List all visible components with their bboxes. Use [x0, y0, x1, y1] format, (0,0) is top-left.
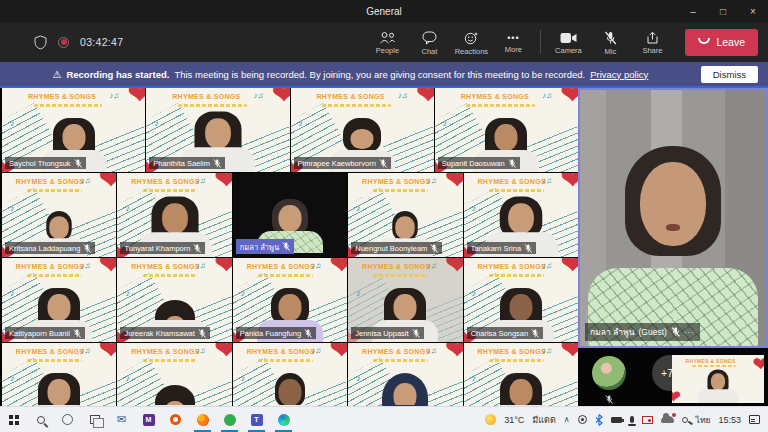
- participant-name: Panida Fuangfung: [240, 329, 301, 338]
- key-tray-icon[interactable]: [682, 417, 688, 423]
- virtual-background-title: RHYMES & SONGS: [470, 348, 552, 355]
- participant-name-label: กมลา ลำพูน: [236, 239, 294, 254]
- participant-tile[interactable]: RHYMES & SONGS ♪♫ ❤ ♪ ❤ Chalita Sutjarot: [464, 343, 578, 406]
- task-view-button[interactable]: [81, 407, 108, 432]
- heart-icon: ❤: [214, 258, 232, 279]
- participant-tile[interactable]: RHYMES & SONGS ♪♫ ❤ ♪ ❤ Phanthita Saelim: [146, 88, 289, 172]
- edge-app[interactable]: [270, 407, 297, 432]
- battery-icon[interactable]: [611, 417, 622, 423]
- recording-banner-text: ⚠ Recording has started. This meeting is…: [0, 69, 701, 80]
- person-silhouette: [135, 371, 215, 406]
- onedrive-icon[interactable]: [661, 416, 674, 423]
- music-note-icon: ♪: [125, 373, 130, 383]
- minimize-button[interactable]: –: [678, 0, 708, 22]
- screen-capture-icon[interactable]: [642, 416, 653, 424]
- mail-icon: ✉: [117, 414, 126, 425]
- participant-name: Pimrapee Kaewborvorn: [298, 159, 376, 168]
- people-button[interactable]: People: [366, 29, 408, 55]
- music-note-icon: ♪: [356, 288, 361, 298]
- music-note-icon: ♪♫: [427, 261, 437, 270]
- person-head: [396, 216, 416, 239]
- filmstrip: +71 RHYMES & SONGS ❤ ❤: [578, 350, 768, 406]
- notification-center-icon[interactable]: [749, 415, 760, 424]
- active-speaker-tile[interactable]: กมลา ลำพูน (Guest) ···: [578, 88, 768, 348]
- participant-tile[interactable]: RHYMES & SONGS ♪♫ ❤ ♪ ❤ Saowaphak Lakkra…: [2, 343, 116, 406]
- person-head: [48, 379, 71, 406]
- avatar[interactable]: [592, 356, 626, 390]
- music-note-icon: ♪: [472, 288, 477, 298]
- heart-icon: ❤: [560, 258, 578, 279]
- person-head: [279, 294, 302, 321]
- microsoft365-app[interactable]: M: [135, 407, 162, 432]
- music-note-icon: ♪: [10, 203, 15, 213]
- participant-name-label: Nuengnut Boonyleam: [351, 242, 442, 254]
- virtual-background-title: RHYMES & SONGS: [355, 263, 437, 270]
- office-app[interactable]: [162, 407, 189, 432]
- taskbar-tray: 31°C มีแดด ∧ ไทย 15:53: [485, 413, 760, 427]
- mic-button[interactable]: Mic: [589, 29, 631, 56]
- chat-button[interactable]: Chat: [408, 29, 450, 56]
- participant-tile[interactable]: RHYMES & SONGS ♪♫ ❤ ♪ ❤ Pimrapee Kaewbor…: [291, 88, 434, 172]
- record-tray-icon[interactable]: [578, 415, 587, 424]
- virtual-background-title: RHYMES & SONGS: [240, 348, 322, 355]
- cortana-button[interactable]: [54, 407, 81, 432]
- privacy-policy-link[interactable]: Privacy policy: [590, 69, 648, 80]
- mic-tray-icon[interactable]: [630, 416, 634, 423]
- tray-expand-chevron[interactable]: ∧: [564, 415, 570, 424]
- active-speaker-guest-suffix: (Guest): [639, 327, 667, 337]
- taskbar-clock[interactable]: 15:53: [718, 415, 741, 425]
- self-view-tile[interactable]: RHYMES & SONGS ❤ ❤: [672, 355, 764, 403]
- line-app[interactable]: [216, 407, 243, 432]
- tile-more-icon[interactable]: ···: [684, 328, 695, 337]
- grid-row: RHYMES & SONGS ♪♫ ❤ ♪ ❤ Kritsana Laddapu…: [2, 173, 578, 257]
- window-title: General: [366, 6, 402, 17]
- language-indicator[interactable]: ไทย: [696, 413, 711, 427]
- mic-muted-icon: [213, 159, 221, 168]
- participant-tile[interactable]: RHYMES & SONGS ♪♫ ❤ ♪ ❤ Saychol Thongsuk: [2, 88, 145, 172]
- more-button[interactable]: ••• More: [492, 31, 534, 54]
- search-button[interactable]: [27, 407, 54, 432]
- person-head: [508, 203, 534, 233]
- maximize-button[interactable]: □: [708, 0, 738, 22]
- warning-icon: ⚠: [52, 69, 61, 80]
- heart-icon: ❤: [560, 88, 578, 109]
- participant-tile[interactable]: RHYMES & SONGS ♪♫ ❤ ♪ ❤ Supanit Daosuwan: [435, 88, 578, 172]
- mic-muted-icon: [379, 159, 387, 168]
- virtual-background-subtitle: [178, 104, 247, 107]
- participant-name-label: Kattiyaporn Buanil: [5, 327, 85, 339]
- mail-app[interactable]: ✉: [108, 407, 135, 432]
- leave-button[interactable]: Leave: [685, 29, 758, 56]
- participant-name: Phanthita Saelim: [153, 159, 210, 168]
- close-button[interactable]: ×: [738, 0, 768, 22]
- browser-app[interactable]: [189, 407, 216, 432]
- participant-tile[interactable]: RHYMES & SONGS ♪♫ ❤ ♪ ❤ กมลา ลำพูน: [233, 173, 347, 257]
- camera-button[interactable]: Camera: [547, 30, 589, 55]
- participant-tile[interactable]: RHYMES & SONGS ♪♫ ❤ ♪ ❤ Tunyarat Khampor…: [117, 173, 231, 257]
- start-button[interactable]: [0, 407, 27, 432]
- participant-tile[interactable]: RHYMES & SONGS ♪♫ ❤ ♪ ❤ Tanakarn Srina: [464, 173, 578, 257]
- participant-tile[interactable]: RHYMES & SONGS ♪♫ ❤ ♪ ❤ Jennisa Uppasit: [348, 258, 462, 342]
- participant-tile[interactable]: RHYMES & SONGS ♪♫ ❤ ♪ ❤ Nuengnut Boonyle…: [348, 173, 462, 257]
- participant-tile[interactable]: RHYMES & SONGS ♪♫ ❤ ♪ ❤ Darawan Piwchawe…: [233, 343, 347, 406]
- reactions-icon: [464, 31, 479, 45]
- meeting-stage-area: RHYMES & SONGS ♪♫ ❤ ♪ ❤ Saychol Thongsuk…: [0, 88, 768, 406]
- participant-name: Jureerak Khamsawat: [124, 329, 194, 338]
- participant-tile[interactable]: RHYMES & SONGS ♪♫ ❤ ♪ ❤ Kritsana Laddapu…: [2, 173, 116, 257]
- grid-row: RHYMES & SONGS ♪♫ ❤ ♪ ❤ Kattiyaporn Buan…: [2, 258, 578, 342]
- participant-tile[interactable]: RHYMES & SONGS ♪♫ ❤ ♪ ❤ Charisa Songsan: [464, 258, 578, 342]
- share-button[interactable]: Share: [631, 29, 673, 55]
- participant-tile[interactable]: RHYMES & SONGS ♪♫ ❤ ♪ ❤ Panida Fuangfung: [233, 258, 347, 342]
- music-note-icon: ♪: [299, 118, 304, 128]
- weather-desc[interactable]: มีแดด: [532, 413, 555, 427]
- reactions-button[interactable]: Reactions: [450, 29, 492, 56]
- bluetooth-icon[interactable]: [595, 414, 603, 426]
- weather-temp[interactable]: 31°C: [504, 415, 524, 425]
- teams-app[interactable]: T: [243, 407, 270, 432]
- participant-tile[interactable]: RHYMES & SONGS ♪♫ ❤ ♪ ❤ Kattiyaporn Buan…: [2, 258, 116, 342]
- participant-tile[interactable]: RHYMES & SONGS ♪♫ ❤ ♪ ❤ Mantna Salaemae: [348, 343, 462, 406]
- participant-tile[interactable]: RHYMES & SONGS ♪♫ ❤ ♪ ❤ Areerat Saykrasu…: [117, 343, 231, 406]
- mic-muted-icon: [83, 244, 91, 253]
- participant-tile[interactable]: RHYMES & SONGS ♪♫ ❤ ♪ ❤ Jureerak Khamsaw…: [117, 258, 231, 342]
- dismiss-button[interactable]: Dismiss: [701, 66, 758, 83]
- music-note-icon: ♪♫: [542, 176, 552, 185]
